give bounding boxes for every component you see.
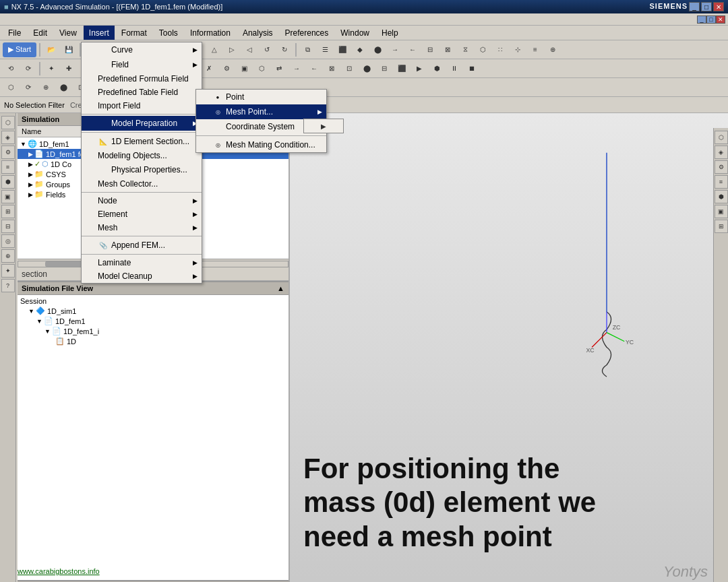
tb-r2-26[interactable]: ⏸ [446,61,462,76]
menu-import-field[interactable]: Import Field [82,99,202,112]
tb-r2-27[interactable]: ⏹ [464,61,480,76]
menu-predefined-formula[interactable]: Predefined Formula Field [82,72,202,86]
save-icon[interactable]: 💾 [61,42,77,57]
tb-r2-1[interactable]: ⟲ [3,61,19,76]
tb27[interactable]: ⊕ [545,42,561,57]
right-icon-5[interactable]: ⬢ [715,190,728,203]
sidebar-icon-9[interactable]: ◎ [1,234,15,248]
website-link[interactable]: www.carabigbostons.info [18,567,100,575]
menu-node[interactable]: Node [82,194,202,207]
sidebar-icon-5[interactable]: ⬢ [1,175,15,189]
submenu-mesh-point[interactable]: ◎ Mesh Point... [196,104,326,119]
tb-r2-19[interactable]: ⊠ [324,61,340,76]
menu-help[interactable]: Help [376,26,404,40]
maximize-button[interactable]: □ [701,2,712,11]
menu-field[interactable]: Field [82,57,202,72]
menu-mesh-collector[interactable]: Mesh Collector... [82,177,202,191]
file-tree-sim1[interactable]: ▼ 🔷 1D_sim1 [18,306,289,316]
tb-r3-1[interactable]: ⬡ [3,80,19,95]
tb-r2-22[interactable]: ⊟ [376,61,392,76]
menu-preferences[interactable]: Preferences [280,26,334,40]
menu-predefined-table[interactable]: Predefined Table Field [82,86,202,99]
tb25[interactable]: ⊹ [510,42,526,57]
file-view-expand[interactable]: ▲ [277,284,284,292]
tb23[interactable]: ⬡ [475,42,491,57]
tb-r2-25[interactable]: ⬢ [429,61,445,76]
tb-r2-21[interactable]: ⬤ [359,61,375,76]
menu-information[interactable]: Information [185,26,236,40]
right-icon-4[interactable]: ≡ [715,175,728,189]
menu-view[interactable]: View [54,26,82,40]
right-icon-1[interactable]: ⬡ [715,131,728,144]
tb8[interactable]: △ [206,42,222,57]
inner-close[interactable]: ✕ [716,15,725,24]
tb-r2-17[interactable]: → [289,61,305,76]
tb-r2-12[interactable]: ✗ [201,61,217,76]
minimize-button[interactable]: _ [689,2,700,11]
file-tree-1d[interactable]: 📋 1D [18,336,289,346]
close-button[interactable]: ✕ [713,2,724,11]
right-icon-2[interactable]: ◈ [715,146,728,159]
menu-mesh[interactable]: Mesh [82,221,202,234]
tb18[interactable]: → [387,42,403,57]
tb20[interactable]: ⊟ [422,42,438,57]
tb13[interactable]: ⧉ [299,42,315,57]
tb16[interactable]: ◆ [352,42,368,57]
menu-analysis[interactable]: Analysis [237,26,278,40]
tb17[interactable]: ⬤ [369,42,386,57]
menu-modeling-objects[interactable]: Modeling Objects... [82,149,202,162]
file-tree-fem1[interactable]: ▼ 📄 1D_fem1 [18,316,289,326]
sidebar-icon-6[interactable]: ▣ [1,190,15,203]
file-tree[interactable]: Session ▼ 🔷 1D_sim1 ▼ 📄 1D_fem1 ▼ [18,295,289,580]
tb-r2-3[interactable]: ✦ [43,61,59,76]
start-button[interactable]: ▶ Start [3,42,36,57]
tb14[interactable]: ☰ [317,42,333,57]
title-bar-controls[interactable]: SIEMENS _ □ ✕ [649,2,724,11]
tb-r3-2[interactable]: ⟳ [20,80,36,95]
submenu-mesh-mating[interactable]: ◎ Mesh Mating Condition... [196,137,326,152]
menu-append-fem[interactable]: 📎 Append FEM... [82,238,202,253]
menu-format[interactable]: Format [116,26,152,40]
tb24[interactable]: ∷ [492,42,508,57]
tb-r2-4[interactable]: ✚ [61,61,77,76]
tb21[interactable]: ⊠ [439,42,456,57]
tb9[interactable]: ▷ [224,42,240,57]
tb-r2-15[interactable]: ⬡ [253,61,270,76]
menu-curve[interactable]: Curve [82,42,202,57]
tb-r2-14[interactable]: ▣ [236,61,252,76]
menu-edit[interactable]: Edit [28,26,53,40]
tb-r2-16[interactable]: ⇄ [271,61,287,76]
inner-minimize[interactable]: _ [697,15,706,24]
inner-maximize[interactable]: □ [706,15,716,24]
menu-1d-section[interactable]: 📐 1D Element Section... [82,134,202,149]
sidebar-icon-1[interactable]: ⬡ [1,116,15,129]
submenu-point[interactable]: ● Point [196,90,326,104]
sidebar-icon-10[interactable]: ⊕ [1,249,15,263]
tb-r2-24[interactable]: ▶ [411,61,427,76]
tb12[interactable]: ↻ [276,42,293,57]
sidebar-icon-4[interactable]: ≡ [1,160,15,174]
file-tree-session[interactable]: Session [18,296,289,306]
menu-laminate[interactable]: Laminate [82,256,202,269]
menu-file[interactable]: File [3,26,26,40]
sidebar-icon-12[interactable]: ? [1,279,15,292]
tb-r2-23[interactable]: ⬛ [394,61,410,76]
tb-r3-3[interactable]: ⊕ [38,80,54,95]
tb22[interactable]: ⧖ [457,42,473,57]
tb19[interactable]: ← [404,42,421,57]
menu-element[interactable]: Element [82,207,202,221]
tb-r2-13[interactable]: ⚙ [218,61,235,76]
file-tree-fem1i[interactable]: ▼ 📄 1D_fem1_i [18,326,289,336]
tb11[interactable]: ↺ [259,42,275,57]
tb15[interactable]: ⬛ [334,42,351,57]
open-icon[interactable]: 📂 [43,42,59,57]
right-icon-6[interactable]: ▣ [715,205,728,218]
sidebar-icon-2[interactable]: ◈ [1,131,15,144]
sidebar-icon-3[interactable]: ⚙ [1,146,15,159]
tb-r2-18[interactable]: ← [306,61,322,76]
menu-window[interactable]: Window [335,26,375,40]
right-icon-3[interactable]: ⚙ [715,160,728,174]
sidebar-icon-8[interactable]: ⊟ [1,220,15,233]
menu-physical-props[interactable]: Physical Properties... [82,162,202,177]
tb26[interactable]: ≡ [527,42,543,57]
